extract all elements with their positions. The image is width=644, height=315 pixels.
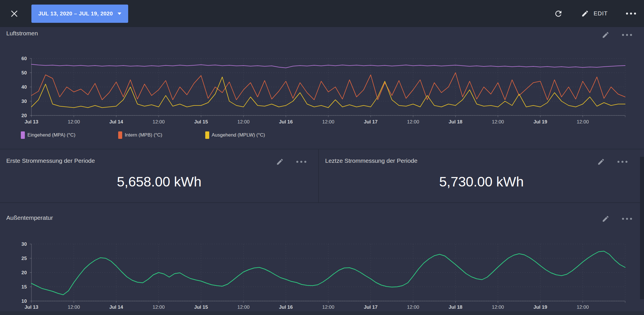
panel-title: Leztze Strommessung der Periode [325, 157, 417, 164]
svg-text:Jul 19: Jul 19 [534, 119, 547, 125]
svg-text:12:00: 12:00 [577, 304, 589, 310]
top-bar: JUL 13, 2020 – JUL 19, 2020 EDIT [0, 0, 644, 27]
close-button[interactable] [8, 7, 21, 20]
panel-menu-icon[interactable] [617, 161, 627, 163]
panel-luftstromen: Luftstromen 2030405060Jul 1312:00Jul 141… [0, 27, 644, 149]
svg-text:50: 50 [21, 70, 27, 76]
dashboard-menu-button[interactable] [626, 13, 636, 15]
svg-text:40: 40 [21, 84, 27, 90]
svg-text:60: 60 [21, 56, 27, 61]
svg-text:12:00: 12:00 [152, 304, 165, 310]
pencil-icon [581, 10, 589, 17]
legend-item-ausgehend[interactable]: Ausgehend (MPLW) (°C) [205, 131, 265, 139]
svg-text:12:00: 12:00 [577, 119, 589, 125]
luftstromen-legend: Eingehend (MPA) (°C) Intern (MPB) (°C) A… [21, 131, 265, 139]
panel-title: Erste Strommessung der Periode [6, 157, 95, 164]
time-range-label: JUL 13, 2020 – JUL 19, 2020 [38, 11, 113, 17]
dashboard: JUL 13, 2020 – JUL 19, 2020 EDIT [0, 0, 644, 315]
svg-text:12:00: 12:00 [407, 304, 419, 310]
svg-text:15: 15 [21, 284, 27, 290]
svg-text:12:00: 12:00 [238, 119, 250, 125]
panel-letzte-strommessung: Leztze Strommessung der Periode 5,730.00… [318, 149, 644, 202]
svg-text:12:00: 12:00 [68, 304, 80, 310]
time-range-picker-button[interactable]: JUL 13, 2020 – JUL 19, 2020 [31, 5, 128, 23]
svg-text:Jul 16: Jul 16 [279, 304, 293, 310]
svg-text:Jul 13: Jul 13 [25, 119, 38, 125]
chevron-down-icon [118, 13, 121, 15]
stat-value: 5,658.00 kWh [0, 174, 318, 190]
svg-text:Jul 18: Jul 18 [449, 304, 462, 310]
svg-text:Jul 13: Jul 13 [25, 304, 38, 310]
svg-text:10: 10 [21, 298, 27, 304]
svg-text:30: 30 [21, 241, 27, 247]
ellipsis-icon [626, 13, 636, 15]
legend-item-intern[interactable]: Intern (MPB) (°C) [118, 131, 162, 139]
svg-text:12:00: 12:00 [322, 119, 335, 125]
stat-row: Erste Strommessung der Periode 5,658.00 … [0, 149, 644, 202]
edit-button[interactable]: EDIT [579, 9, 609, 18]
panel-actions [597, 158, 627, 166]
panel-erste-strommessung: Erste Strommessung der Periode 5,658.00 … [0, 149, 318, 202]
svg-text:20: 20 [21, 270, 27, 275]
legend-item-eingehend[interactable]: Eingehend (MPA) (°C) [21, 131, 75, 139]
panel-menu-icon[interactable] [296, 161, 306, 163]
legend-swatch [205, 131, 209, 139]
svg-text:12:00: 12:00 [68, 119, 80, 125]
svg-text:Jul 15: Jul 15 [194, 119, 208, 125]
svg-text:30: 30 [21, 99, 27, 104]
aussentemperatur-chart[interactable]: 1015202530Jul 1312:00Jul 1412:00Jul 1512… [0, 203, 644, 311]
top-bar-actions: EDIT [554, 9, 636, 18]
svg-text:Jul 14: Jul 14 [109, 304, 123, 310]
panel-actions [276, 158, 306, 166]
svg-text:Jul 16: Jul 16 [279, 119, 293, 125]
edit-panel-icon[interactable] [597, 158, 605, 166]
panel-aussentemperatur: Außentemperatur 1015202530Jul 1312:00Jul… [0, 202, 644, 311]
svg-text:12:00: 12:00 [238, 304, 250, 310]
stat-value: 5,730.00 kWh [319, 174, 644, 190]
legend-swatch [118, 131, 122, 139]
close-icon [10, 9, 19, 18]
refresh-button[interactable] [554, 9, 563, 18]
legend-label: Eingehend (MPA) (°C) [27, 132, 75, 138]
refresh-icon [554, 9, 563, 18]
legend-label: Intern (MPB) (°C) [125, 132, 162, 138]
scrollbar[interactable] [640, 157, 644, 299]
svg-text:20: 20 [21, 113, 27, 118]
legend-swatch [21, 131, 25, 139]
svg-text:Jul 17: Jul 17 [364, 304, 377, 310]
edit-panel-icon[interactable] [276, 158, 284, 166]
luftstromen-chart[interactable]: 2030405060Jul 1312:00Jul 1412:00Jul 1512… [0, 27, 644, 149]
svg-text:Jul 19: Jul 19 [534, 304, 547, 310]
svg-text:12:00: 12:00 [492, 119, 504, 125]
svg-text:Jul 14: Jul 14 [109, 119, 123, 125]
svg-text:Jul 15: Jul 15 [194, 304, 208, 310]
svg-text:Jul 18: Jul 18 [449, 119, 462, 125]
edit-button-label: EDIT [593, 10, 608, 17]
legend-label: Ausgehend (MPLW) (°C) [212, 132, 265, 138]
svg-text:12:00: 12:00 [492, 304, 504, 310]
svg-text:12:00: 12:00 [152, 119, 165, 125]
svg-text:Jul 17: Jul 17 [364, 119, 377, 125]
svg-text:12:00: 12:00 [322, 304, 335, 310]
svg-text:12:00: 12:00 [407, 119, 419, 125]
svg-text:25: 25 [21, 256, 27, 261]
